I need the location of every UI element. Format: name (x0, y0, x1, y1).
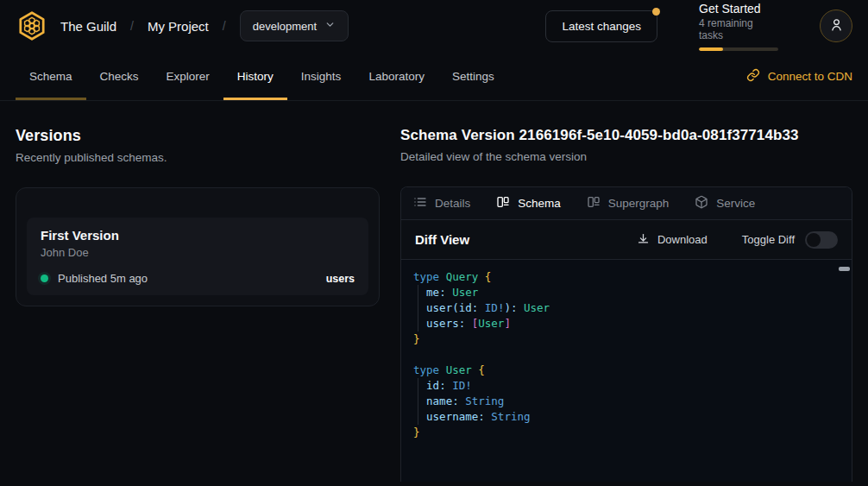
tab-underline (16, 98, 86, 100)
tab-settings[interactable]: Settings (438, 52, 508, 100)
toggle-diff-label: Toggle Diff (742, 233, 795, 246)
panels-icon (587, 195, 601, 211)
download-button[interactable]: Download (637, 232, 708, 248)
version-name: First Version (41, 228, 355, 243)
indent-guide (418, 285, 418, 331)
header-right: Latest changes Get Started 4 remaining t… (545, 2, 852, 51)
schema-version-detail: Schema Version 2166196f-5e10-4059-bd0a-0… (400, 127, 852, 486)
tab-label: History (237, 70, 274, 83)
main-nav: Schema Checks Explorer History Insights … (0, 52, 868, 101)
cube-icon (695, 195, 708, 211)
detail-tab-details[interactable]: Details (413, 195, 470, 211)
target-selector-dropdown[interactable]: development (240, 10, 349, 41)
breadcrumb-separator: / (130, 19, 134, 33)
tab-label: Settings (452, 70, 494, 83)
published-status-dot (41, 275, 48, 282)
toggle-knob (807, 233, 821, 247)
latest-changes-label: Latest changes (562, 20, 641, 33)
tab-underline (355, 98, 438, 100)
tab-label: Schema (29, 70, 72, 83)
breadcrumb-separator: / (223, 19, 226, 33)
version-meta-row: Published 5m ago users (41, 272, 355, 285)
tab-explorer[interactable]: Explorer (153, 52, 223, 100)
version-author: John Doe (41, 246, 355, 259)
tab-insights[interactable]: Insights (287, 52, 355, 100)
tab-schema[interactable]: Schema (16, 52, 86, 100)
tab-label: Explorer (167, 70, 210, 83)
tab-underline (287, 98, 355, 100)
main-content: Versions Recently published schemas. Fir… (0, 101, 868, 486)
download-icon (637, 232, 650, 248)
avatar[interactable] (820, 9, 852, 42)
diff-view-title: Diff View (415, 232, 469, 247)
detail-tab-label: Supergraph (608, 197, 670, 210)
detail-tab-supergraph[interactable]: Supergraph (587, 195, 670, 211)
tab-checks[interactable]: Checks (86, 52, 153, 100)
latest-changes-button[interactable]: Latest changes (545, 10, 657, 42)
user-icon (829, 17, 844, 35)
detail-tab-bar: Details Schema Sup (401, 187, 852, 220)
chevron-down-icon (324, 19, 336, 33)
version-status: Published 5m ago (58, 272, 148, 285)
tab-laboratory[interactable]: Laboratory (355, 52, 438, 100)
tab-underline (153, 98, 223, 100)
diff-view-header: Diff View Download Toggle Diff (401, 220, 852, 260)
tab-label: Laboratory (368, 70, 425, 83)
version-service-badge: users (326, 273, 355, 285)
guild-logo-icon[interactable] (16, 9, 48, 42)
versions-subtitle: Recently published schemas. (16, 151, 380, 164)
get-started-progress-bar (699, 47, 778, 51)
tab-underline (86, 98, 153, 100)
version-list-item[interactable]: First Version John Doe Published 5m ago … (27, 218, 368, 295)
get-started-subtitle: 4 remaining tasks (699, 17, 778, 41)
code-scrollbar-thumb[interactable] (839, 267, 850, 271)
versions-title: Versions (16, 127, 380, 145)
detail-tab-label: Details (435, 197, 470, 210)
notification-dot (652, 8, 660, 16)
detail-panel: Details Schema Sup (400, 186, 852, 482)
get-started-title: Get Started (699, 2, 778, 16)
get-started-progress-fill (699, 47, 723, 51)
breadcrumb-project[interactable]: My Project (148, 19, 209, 34)
schema-version-subtitle: Detailed view of the schema version (400, 150, 852, 163)
download-label: Download (657, 233, 708, 246)
versions-list-card: First Version John Doe Published 5m ago … (16, 187, 380, 306)
versions-panel: Versions Recently published schemas. Fir… (16, 127, 380, 486)
app-header: The Guild / My Project / development Lat… (0, 0, 868, 52)
detail-tab-label: Service (716, 197, 755, 210)
schema-code-block: type Query { me: User user(id: ID!): Use… (401, 260, 852, 482)
toggle-diff-switch[interactable] (805, 231, 838, 249)
connect-to-cdn-label: Connect to CDN (768, 70, 852, 83)
tab-underline (223, 98, 287, 100)
connect-to-cdn-link[interactable]: Connect to CDN (746, 52, 852, 100)
list-icon (413, 195, 427, 211)
indent-guide (418, 378, 418, 425)
code-content: type Query { me: User user(id: ID!): Use… (413, 269, 834, 440)
target-selector-value: development (253, 20, 317, 33)
tab-history[interactable]: History (223, 52, 287, 100)
get-started-widget[interactable]: Get Started 4 remaining tasks (699, 2, 778, 51)
detail-tab-service[interactable]: Service (695, 195, 755, 211)
tab-label: Insights (301, 70, 342, 83)
tab-label: Checks (100, 70, 139, 83)
schema-version-title: Schema Version 2166196f-5e10-4059-bd0a-0… (400, 127, 852, 144)
panels-icon (496, 195, 510, 211)
brand-name[interactable]: The Guild (60, 19, 116, 34)
link-icon (746, 68, 760, 85)
detail-tab-schema[interactable]: Schema (496, 195, 561, 211)
tab-underline (438, 98, 508, 100)
diff-actions: Download Toggle Diff (637, 231, 838, 249)
detail-tab-label: Schema (518, 197, 561, 210)
